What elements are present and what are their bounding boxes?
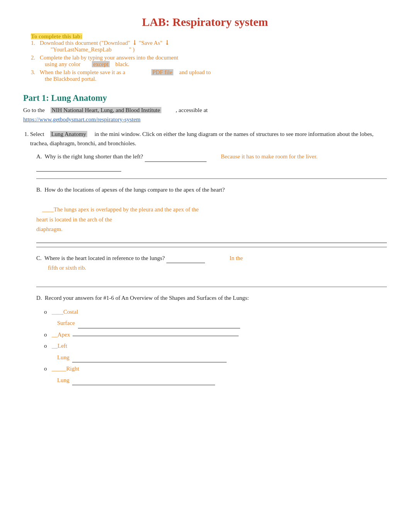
sub-sub-costal-surface: Surface — [44, 318, 387, 328]
sub-item-c: C. Where is the heart located in referen… — [36, 253, 387, 287]
part1-title: Part 1: Lung Anatomy — [23, 93, 387, 103]
sub-sub-left-lung: Lung — [44, 353, 387, 363]
sub-sub-right: o _____Right — [44, 364, 387, 374]
instruction-1: 1. Download this document ("Download" 🠗 … — [31, 40, 387, 53]
intro-label: To complete this lab: — [31, 33, 387, 40]
instruction-1-text: Download this document — [40, 40, 98, 46]
nih-link[interactable]: https://www.getbodysmart.com/respiratory… — [23, 116, 141, 122]
main-item-1: Select Lung Anatomy in the mini window. … — [30, 129, 387, 385]
instructions-list: 1. Download this document ("Download" 🠗 … — [31, 40, 387, 82]
instruction-3: 3. When the lab is complete save it as a… — [31, 69, 387, 82]
sub-item-d: D. Record your answers for #1-6 of An Ov… — [36, 293, 387, 385]
go-to-line: Go to the NIH National Heart, Lung, and … — [23, 105, 387, 124]
instruction-1-detail: ("Download" 🠗 "Save As" 🠗 — [100, 40, 170, 46]
instruction-2: 2. Complete the lab by typing your answe… — [31, 54, 387, 68]
page-title: LAB: Respiratory system — [23, 15, 387, 29]
sub-sub-right-lung: Lung — [44, 376, 387, 386]
sub-item-b: B. How do the locations of apexes of the… — [36, 185, 387, 247]
sub-sub-apex: o __Apex — [44, 330, 387, 340]
sub-sub-costal: o ____Costal — [44, 307, 387, 317]
sub-item-a: A. Why is the right lung shorter than th… — [36, 152, 387, 179]
sub-sub-left: o __Left — [44, 341, 387, 351]
